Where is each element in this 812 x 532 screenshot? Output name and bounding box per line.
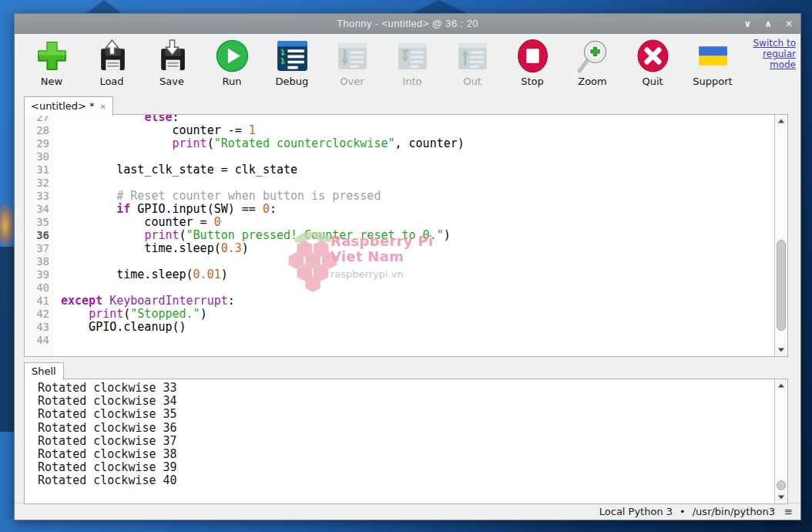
scroll-down-icon[interactable] — [776, 345, 787, 355]
line-number: 44 — [25, 334, 49, 347]
load-icon — [95, 39, 129, 73]
run-icon — [215, 39, 250, 73]
support-button[interactable]: Support — [683, 39, 743, 87]
title-bar[interactable]: Thonny - <untitled> @ 36 : 20 ∨ ∧ ✕ — [15, 14, 800, 34]
shell-line: Rotated clockwise 38 — [25, 448, 774, 461]
code-editor[interactable]: 272829303132333435363738394041424344 els… — [24, 114, 788, 357]
line-number: 33 — [25, 190, 49, 203]
shell-scrollbar-thumb[interactable] — [777, 480, 786, 490]
zoom-button[interactable]: Zoom — [562, 39, 622, 87]
line-number: 41 — [25, 295, 49, 308]
stop-button[interactable]: Stop — [502, 39, 562, 87]
shell-line: Rotated clockwise 34 — [25, 395, 774, 408]
code-line: print("Button pressed! Counter reset to … — [61, 229, 774, 242]
out-button: Out — [442, 39, 502, 87]
backend-selector[interactable]: Local Python 3 — [599, 506, 673, 517]
toolbar: NewLoadSaveRunDebugOverIntoOutStopZoomQu… — [15, 34, 800, 94]
tab-close-icon[interactable]: ✕ — [100, 103, 106, 111]
shell-line: Rotated clockwise 33 — [25, 382, 774, 395]
toolbar-button-label: Debug — [276, 76, 309, 87]
editor-tab[interactable]: <untitled> *✕ — [24, 96, 113, 116]
debug-button[interactable]: Debug — [262, 39, 322, 87]
status-separator: • — [679, 506, 686, 517]
toolbar-button-label: Out — [463, 76, 481, 87]
line-number-gutter: 272829303132333435363738394041424344 — [25, 115, 54, 356]
maximize-icon[interactable]: ∧ — [764, 14, 772, 34]
into-button: Into — [382, 39, 442, 87]
new-icon — [35, 39, 69, 73]
save-button[interactable]: Save — [142, 39, 202, 87]
line-number: 37 — [25, 242, 49, 255]
line-number: 28 — [25, 124, 49, 137]
new-button[interactable]: New — [22, 39, 82, 87]
code-line: last_clk_state = clk_state — [61, 163, 774, 177]
scroll-up-icon[interactable] — [776, 116, 787, 126]
zoom-icon — [575, 39, 610, 73]
line-number: 43 — [25, 321, 49, 334]
editor-tab-bar: <untitled> *✕ — [15, 94, 800, 115]
run-button[interactable]: Run — [202, 39, 262, 87]
line-number: 38 — [25, 255, 49, 268]
window-controls: ∨ ∧ ✕ — [743, 14, 793, 34]
line-number: 30 — [25, 150, 49, 163]
line-number: 29 — [25, 137, 49, 150]
save-icon — [155, 39, 190, 73]
toolbar-button-label: Over — [340, 76, 364, 87]
code-line: except KeyboardInterrupt: — [61, 295, 774, 308]
shell-panel[interactable]: Rotated clockwise 33Rotated clockwise 34… — [24, 379, 788, 504]
code-line: # Reset counter when button is pressed — [61, 190, 774, 203]
toolbar-button-label: Save — [159, 76, 184, 87]
line-number: 32 — [25, 177, 49, 190]
editor-tab-label: <untitled> * — [31, 100, 95, 112]
close-icon[interactable]: ✕ — [785, 14, 793, 34]
quit-button[interactable]: Quit — [622, 39, 683, 87]
shell-line: Rotated clockwise 35 — [25, 408, 774, 421]
shell-line: Rotated clockwise 36 — [25, 422, 774, 435]
line-number: 36 — [25, 229, 49, 242]
shell-scrollbar[interactable] — [774, 379, 787, 503]
window-title: Thonny - <untitled> @ 36 : 20 — [15, 18, 800, 29]
toolbar-button-label: Stop — [521, 76, 544, 87]
shell-line: Rotated clockwise 39 — [25, 461, 774, 474]
shell-tab[interactable]: Shell — [24, 362, 64, 380]
toolbar-buttons: NewLoadSaveRunDebugOverIntoOutStopZoomQu… — [22, 39, 743, 87]
editor-scrollbar-thumb[interactable] — [777, 240, 786, 331]
toolbar-button-label: Zoom — [578, 76, 606, 87]
status-bar: Local Python 3 • /usr/bin/python3 ≡ — [15, 503, 800, 520]
out-icon — [455, 39, 490, 73]
shell-line: Rotated clockwise 37 — [25, 435, 774, 448]
toolbar-button-label: Into — [402, 76, 421, 87]
minimize-icon[interactable]: ∨ — [743, 14, 751, 34]
switch-mode-link[interactable]: Switch to regular mode — [739, 38, 796, 70]
wallpaper-light — [0, 202, 15, 248]
code-line: counter -= 1 — [61, 124, 774, 137]
line-number: 31 — [25, 163, 49, 177]
shell-line: Rotated clockwise 40 — [25, 474, 774, 487]
code-area[interactable]: else: counter -= 1 print("Rotated counte… — [61, 115, 774, 356]
editor-scrollbar[interactable] — [774, 115, 787, 356]
line-number: 35 — [25, 216, 49, 229]
thonny-window: Thonny - <untitled> @ 36 : 20 ∨ ∧ ✕ NewL… — [14, 13, 801, 520]
code-line: time.sleep(0.01) — [61, 268, 774, 281]
over-icon — [335, 39, 370, 73]
code-line: if GPIO.input(SW) == 0: — [61, 203, 774, 216]
interpreter-path[interactable]: /usr/bin/python3 — [693, 506, 775, 517]
toolbar-button-label: Run — [223, 76, 242, 87]
code-line: time.sleep(0.3) — [61, 242, 774, 255]
code-line — [61, 177, 774, 190]
line-number: 42 — [25, 308, 49, 321]
scroll-down-icon[interactable] — [776, 492, 787, 503]
quit-icon — [636, 39, 670, 73]
code-line: print("Stopped.") — [61, 308, 774, 321]
code-line — [61, 334, 774, 347]
wallpaper-shadow — [0, 247, 14, 432]
scroll-up-icon[interactable] — [776, 380, 787, 391]
code-line — [61, 255, 774, 268]
menu-icon[interactable]: ≡ — [784, 506, 793, 517]
toolbar-button-label: Quit — [642, 76, 663, 87]
line-number: 40 — [25, 281, 49, 295]
code-line: print("Rotated counterclockwise", counte… — [61, 137, 774, 150]
code-line — [61, 150, 774, 163]
line-number: 27 — [25, 115, 49, 124]
load-button[interactable]: Load — [82, 39, 142, 87]
